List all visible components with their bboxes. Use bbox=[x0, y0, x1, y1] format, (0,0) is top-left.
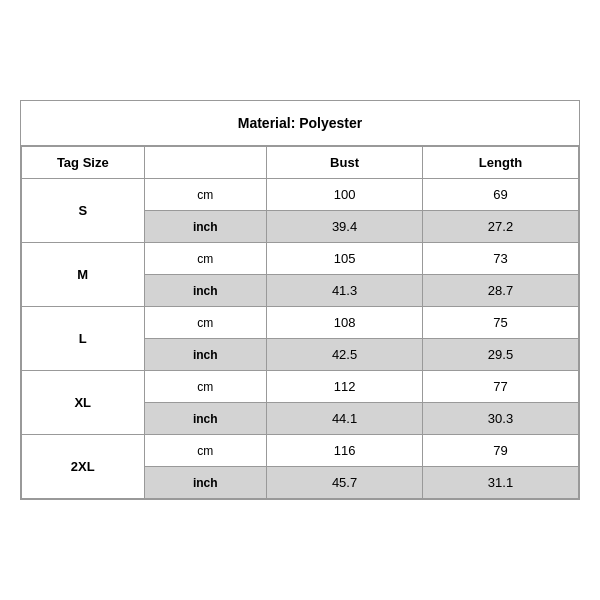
bust-cm-value: 116 bbox=[267, 435, 423, 467]
unit-cm-cell: cm bbox=[144, 435, 267, 467]
unit-cm-cell: cm bbox=[144, 371, 267, 403]
chart-title: Material: Polyester bbox=[21, 101, 579, 146]
tag-size-cell: M bbox=[22, 243, 145, 307]
table-row: 2XL cm 116 79 bbox=[22, 435, 579, 467]
tag-size-cell: L bbox=[22, 307, 145, 371]
table-row: L cm 108 75 bbox=[22, 307, 579, 339]
tag-size-cell: XL bbox=[22, 371, 145, 435]
length-inch-value: 29.5 bbox=[423, 339, 579, 371]
unit-cm-cell: cm bbox=[144, 243, 267, 275]
length-inch-value: 31.1 bbox=[423, 467, 579, 499]
length-inch-value: 28.7 bbox=[423, 275, 579, 307]
header-row: Tag Size Bust Length bbox=[22, 147, 579, 179]
bust-cm-value: 100 bbox=[267, 179, 423, 211]
length-inch-value: 27.2 bbox=[423, 211, 579, 243]
bust-cm-value: 108 bbox=[267, 307, 423, 339]
header-length: Length bbox=[423, 147, 579, 179]
tag-size-cell: 2XL bbox=[22, 435, 145, 499]
bust-inch-value: 45.7 bbox=[267, 467, 423, 499]
tag-size-cell: S bbox=[22, 179, 145, 243]
length-cm-value: 73 bbox=[423, 243, 579, 275]
bust-cm-value: 112 bbox=[267, 371, 423, 403]
length-cm-value: 77 bbox=[423, 371, 579, 403]
unit-cm-cell: cm bbox=[144, 307, 267, 339]
length-cm-value: 79 bbox=[423, 435, 579, 467]
length-cm-value: 75 bbox=[423, 307, 579, 339]
unit-inch-cell: inch bbox=[144, 403, 267, 435]
header-bust: Bust bbox=[267, 147, 423, 179]
length-cm-value: 69 bbox=[423, 179, 579, 211]
bust-cm-value: 105 bbox=[267, 243, 423, 275]
table-row: S cm 100 69 bbox=[22, 179, 579, 211]
size-chart-container: Material: Polyester Tag Size Bust Length… bbox=[20, 100, 580, 500]
unit-cm-cell: cm bbox=[144, 179, 267, 211]
unit-inch-cell: inch bbox=[144, 467, 267, 499]
bust-inch-value: 42.5 bbox=[267, 339, 423, 371]
bust-inch-value: 39.4 bbox=[267, 211, 423, 243]
header-unit bbox=[144, 147, 267, 179]
header-tag-size: Tag Size bbox=[22, 147, 145, 179]
table-row: XL cm 112 77 bbox=[22, 371, 579, 403]
size-table: Tag Size Bust Length S cm 100 69 inch 39… bbox=[21, 146, 579, 499]
length-inch-value: 30.3 bbox=[423, 403, 579, 435]
unit-inch-cell: inch bbox=[144, 275, 267, 307]
unit-inch-cell: inch bbox=[144, 339, 267, 371]
bust-inch-value: 44.1 bbox=[267, 403, 423, 435]
bust-inch-value: 41.3 bbox=[267, 275, 423, 307]
unit-inch-cell: inch bbox=[144, 211, 267, 243]
table-row: M cm 105 73 bbox=[22, 243, 579, 275]
